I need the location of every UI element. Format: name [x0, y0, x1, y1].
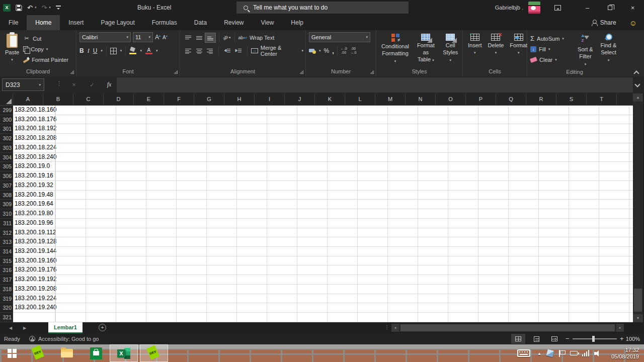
row-cells[interactable]: 183.200.19.208: [13, 285, 633, 294]
conditional-formatting-button[interactable]: ≠ ConditionalFormatting ▾: [379, 32, 411, 66]
row-header[interactable]: 314: [0, 247, 13, 256]
cell-column-a[interactable]: 183.200.19.32: [13, 181, 55, 190]
excel-app-icon[interactable]: X: [3, 4, 11, 12]
column-header[interactable]: K: [315, 94, 345, 105]
cell-column-a[interactable]: 183.200.19.144: [13, 247, 55, 256]
expand-formula-bar-icon[interactable]: [635, 82, 640, 86]
scroll-up-icon[interactable]: ▲: [633, 94, 643, 102]
row-cells[interactable]: 183.200.19.16: [13, 171, 633, 181]
row-header[interactable]: 306: [0, 171, 13, 181]
merge-center-button[interactable]: ↔ Merge & Center ▾: [251, 47, 303, 55]
row-header[interactable]: 304: [0, 153, 13, 162]
row-cells[interactable]: 183.200.18.160: [13, 106, 633, 115]
share-button[interactable]: Share: [591, 19, 616, 26]
vertical-scroll-thumb[interactable]: [634, 289, 642, 312]
volume-button[interactable]: [592, 344, 604, 362]
network-button[interactable]: [580, 344, 592, 362]
align-top-icon[interactable]: [183, 33, 193, 42]
cell-column-a[interactable]: 183.200.19.112: [13, 228, 55, 237]
insert-cells-button[interactable]: ← Insert ▾: [466, 32, 484, 66]
decrease-font-icon[interactable]: A▾: [163, 34, 168, 40]
cell-column-a[interactable]: 183.200.19.64: [13, 200, 55, 209]
clipboard-dialog-launcher-icon[interactable]: [70, 70, 74, 74]
row-header[interactable]: 303: [0, 143, 13, 153]
row-header[interactable]: 315: [0, 256, 13, 266]
zoom-slider-thumb[interactable]: [592, 336, 595, 342]
row-cells[interactable]: 183.200.18.192: [13, 124, 633, 134]
align-center-icon[interactable]: [194, 46, 204, 55]
ribbon-tab[interactable]: Formulas: [143, 15, 186, 30]
undo-dropdown-icon[interactable]: ▾: [35, 6, 37, 10]
row-cells[interactable]: 183.200.19.240: [13, 303, 633, 313]
cell-column-a[interactable]: 183.200.19.240: [13, 303, 55, 312]
cell-column-a[interactable]: 183.200.18.208: [13, 134, 55, 143]
row-header[interactable]: 316: [0, 265, 13, 275]
zoom-in-icon[interactable]: +: [620, 333, 624, 344]
scroll-left-icon[interactable]: ◂: [391, 324, 399, 332]
increase-decimal-icon[interactable]: ←.0.00: [341, 47, 347, 55]
row-cells[interactable]: 183.200.19.160: [13, 256, 633, 266]
font-name-select[interactable]: Calibri▾: [79, 32, 131, 42]
row-cells[interactable]: [13, 313, 633, 322]
feedback-smiley-icon[interactable]: ☺: [629, 19, 637, 27]
row-cells[interactable]: 183.200.19.32: [13, 181, 633, 191]
enter-entry-icon[interactable]: ✓: [85, 78, 100, 91]
cell-column-a[interactable]: 183.200.19.16: [13, 171, 55, 180]
show-hidden-icons-button[interactable]: ▴: [534, 344, 544, 362]
new-sheet-icon[interactable]: +: [99, 324, 106, 331]
column-header[interactable]: N: [406, 94, 436, 105]
cell-column-a[interactable]: 183.200.19.192: [13, 275, 55, 284]
row-header[interactable]: 312: [0, 228, 13, 238]
row-header[interactable]: 305: [0, 162, 13, 171]
cell-column-a[interactable]: 183.200.19.128: [13, 237, 55, 246]
cell-column-a[interactable]: 183.200.19.0: [13, 162, 55, 171]
scroll-right-icon[interactable]: ▸: [616, 324, 624, 332]
column-header[interactable]: T: [587, 94, 617, 105]
number-format-select[interactable]: General▾: [309, 32, 370, 42]
formula-input[interactable]: [117, 77, 633, 93]
cell-column-a[interactable]: 183.200.19.96: [13, 219, 55, 228]
column-header[interactable]: L: [345, 94, 375, 105]
power-button[interactable]: [568, 344, 580, 362]
number-dialog-launcher-icon[interactable]: [370, 70, 374, 74]
row-header[interactable]: 310: [0, 209, 13, 219]
row-cells[interactable]: 183.200.19.0: [13, 162, 633, 171]
accessibility-status[interactable]: Accessibility: Good to go: [38, 333, 99, 344]
row-cells[interactable]: 183.200.19.64: [13, 200, 633, 209]
cell-column-a[interactable]: [13, 313, 55, 322]
row-header[interactable]: 319: [0, 294, 13, 304]
copy-button[interactable]: Copy▾: [23, 45, 68, 53]
sheet-grid[interactable]: 299 183.200.18.160 300 183.200.18.176 30…: [0, 106, 633, 322]
row-cells[interactable]: 183.200.19.48: [13, 191, 633, 200]
undo-button[interactable]: ↶: [27, 5, 33, 11]
comma-style-button[interactable]: ,: [332, 47, 334, 55]
italic-button[interactable]: I: [88, 47, 90, 55]
user-name[interactable]: Gabrielbjb .: [495, 5, 523, 11]
taskbar-clock[interactable]: 17:32 05/08/2019: [611, 344, 639, 362]
vertical-scrollbar[interactable]: ▲ ▼: [633, 94, 643, 322]
ribbon-tab[interactable]: Data: [186, 15, 215, 30]
ribbon-tab[interactable]: Help: [282, 15, 312, 30]
cell-column-a[interactable]: 183.200.19.224: [13, 294, 55, 303]
taskbar-store[interactable]: [88, 344, 105, 362]
sort-filter-button[interactable]: AZ Sort &Filter ▾: [576, 32, 595, 67]
column-header[interactable]: Q: [496, 94, 526, 105]
row-header[interactable]: 300: [0, 115, 13, 125]
cell-column-a[interactable]: 183.200.18.192: [13, 124, 55, 133]
user-avatar[interactable]: [528, 2, 540, 14]
clear-button[interactable]: Clear▾: [530, 55, 574, 64]
orientation-icon[interactable]: ab: [222, 34, 229, 41]
collapse-ribbon-icon[interactable]: [634, 70, 639, 74]
column-header[interactable]: D: [104, 94, 134, 105]
font-color-icon[interactable]: A: [145, 47, 152, 54]
zoom-slider-track[interactable]: [573, 338, 617, 339]
save-icon[interactable]: [16, 5, 22, 11]
cell-column-a[interactable]: 183.200.18.160: [13, 106, 55, 115]
ribbon-tab[interactable]: View: [253, 15, 283, 30]
cell-styles-button[interactable]: CellStyles ▾: [441, 32, 460, 66]
row-cells[interactable]: 183.200.19.176: [13, 265, 633, 275]
redo-button[interactable]: ↷: [41, 5, 47, 11]
align-middle-icon[interactable]: [194, 33, 204, 42]
row-cells[interactable]: 183.200.19.112: [13, 228, 633, 238]
normal-view-button[interactable]: [511, 334, 525, 344]
